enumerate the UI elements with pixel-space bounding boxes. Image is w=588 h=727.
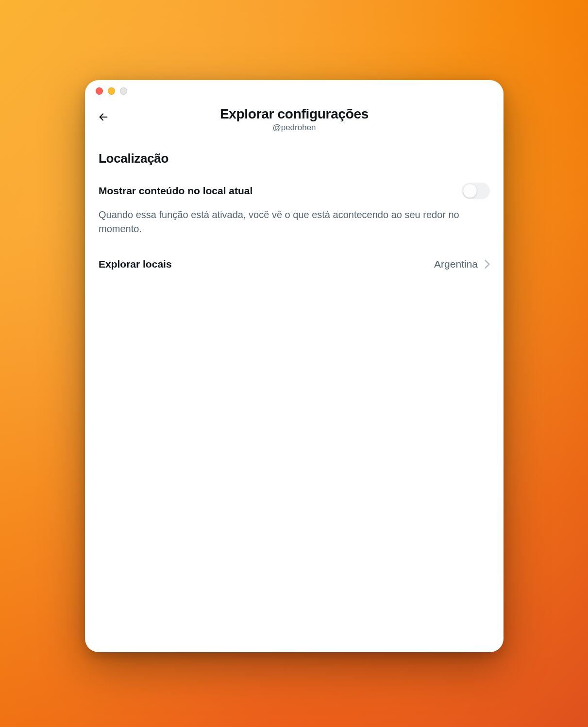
toggle-knob — [463, 184, 477, 198]
setting-show-local-content: Mostrar conteúdo no local atual — [99, 181, 490, 201]
window-close-button[interactable] — [96, 87, 103, 95]
arrow-left-icon — [98, 112, 109, 122]
chevron-right-icon — [485, 260, 490, 269]
nav-value-location: Argentina — [434, 258, 478, 270]
section-title-location: Localização — [99, 151, 490, 166]
page-header: Explorar configurações @pedrohen — [85, 101, 504, 142]
content-area: Localização Mostrar conteúdo no local at… — [85, 142, 504, 275]
window-titlebar — [85, 80, 504, 101]
back-button[interactable] — [95, 108, 112, 126]
setting-label-show-local: Mostrar conteúdo no local atual — [99, 185, 252, 197]
app-window: Explorar configurações @pedrohen Localiz… — [85, 80, 504, 652]
nav-label-explore-locations: Explorar locais — [99, 258, 172, 270]
window-maximize-button[interactable] — [120, 87, 127, 95]
nav-right-group: Argentina — [434, 258, 490, 270]
toggle-show-local-content[interactable] — [462, 183, 490, 199]
setting-description-show-local: Quando essa função está ativada, você vê… — [99, 208, 490, 236]
window-minimize-button[interactable] — [108, 87, 115, 95]
page-subtitle: @pedrohen — [95, 123, 494, 133]
page-title: Explorar configurações — [95, 106, 494, 122]
nav-explore-locations[interactable]: Explorar locais Argentina — [99, 254, 490, 275]
